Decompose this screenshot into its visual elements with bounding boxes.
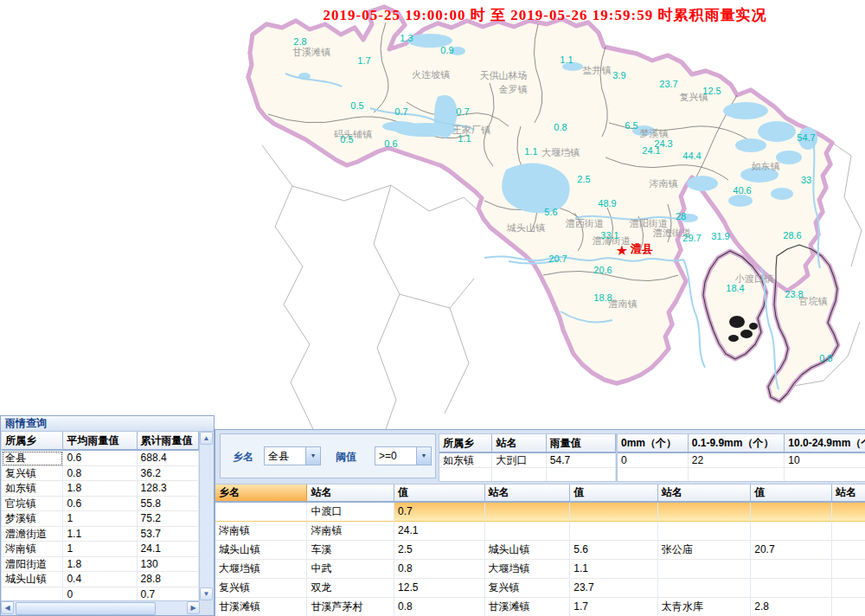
vertical-scrollbar[interactable]: ▲ ▼ [199, 432, 214, 600]
threshold-select[interactable]: >=0 ▼ [375, 446, 432, 465]
column-header[interactable]: 10.0-24.9mm（个） [785, 434, 865, 452]
rain-value-label: 6.5 [625, 120, 638, 131]
rain-value-label: 5.6 [544, 207, 557, 217]
rain-value-label: 1.1 [458, 133, 471, 144]
table-row[interactable]: 复兴镇0.836.2 [2, 466, 199, 482]
column-header[interactable]: 站名 [492, 434, 546, 452]
column-header[interactable]: 站名 [832, 484, 865, 502]
cell: 1 [63, 511, 137, 527]
table-row[interactable]: 如东镇大剅口54.7 [439, 453, 616, 468]
column-header[interactable]: 所属乡 [439, 434, 492, 452]
cell: 城头山镇 [485, 541, 571, 560]
column-header[interactable]: 雨量值 [547, 434, 616, 452]
table-row[interactable]: 中渡口0.7 [215, 503, 865, 522]
column-header[interactable]: 累计雨量值 [138, 432, 199, 450]
town-select-value[interactable]: 全县 [265, 447, 305, 465]
rain-value-label: 29.7 [682, 233, 701, 243]
cell: 澧阳街道 [2, 557, 63, 573]
rain-value-label: 12.5 [702, 86, 721, 96]
column-header[interactable]: 值 [751, 484, 832, 502]
rain-value-label: 0.7 [394, 106, 407, 117]
table-row[interactable]: 00.7 [2, 587, 199, 601]
scroll-right-icon[interactable]: ▶ [187, 601, 200, 614]
table-row[interactable]: 城头山镇车溪2.5城头山镇5.6张公庙20.7 [215, 541, 865, 560]
table-row[interactable] [618, 468, 865, 482]
cell: 1.7 [570, 598, 658, 616]
chevron-down-icon[interactable]: ▼ [305, 447, 320, 465]
table-row[interactable]: 全县0.6688.4 [2, 451, 199, 466]
cell: 涔南镇 [2, 542, 63, 557]
rain-value-label: 20.6 [593, 265, 612, 275]
column-header[interactable]: 平均雨量值 [63, 432, 137, 450]
scroll-down-icon[interactable]: ▼ [200, 587, 213, 600]
app-window: 2019-05-25 19:00:00 时 至 2019-05-26 19:59… [0, 0, 865, 616]
scroll-up-icon[interactable]: ▲ [200, 432, 213, 445]
cell [832, 598, 865, 616]
column-header[interactable]: 所属乡 [2, 432, 63, 450]
column-header[interactable]: 值 [394, 484, 484, 502]
table-row[interactable]: 涔南镇124.1 [2, 542, 199, 557]
cell: 甘溪滩镇 [215, 598, 307, 616]
column-header[interactable]: 值 [570, 484, 658, 502]
cell: 梦溪镇 [2, 511, 63, 527]
rain-value-label: 1.3 [400, 33, 413, 43]
cell: 车溪 [307, 541, 394, 560]
cell [2, 587, 63, 601]
cell: 复兴镇 [2, 466, 63, 482]
cell: 688.4 [138, 451, 199, 466]
cell [658, 522, 751, 541]
cell [832, 560, 865, 579]
chevron-down-icon[interactable]: ▼ [416, 447, 431, 465]
cell: 1 [63, 542, 137, 557]
county-name-label: 澧县 [631, 241, 653, 257]
cell: 澧澹街道 [2, 527, 63, 542]
town-select[interactable]: 全县 ▼ [264, 446, 321, 465]
table-row[interactable]: 甘溪滩镇甘溪芦茅村0.8甘溪滩镇1.7太青水库2.8 [215, 598, 865, 616]
cell: 复兴镇 [215, 579, 307, 598]
column-header[interactable]: 0.1-9.9mm（个） [689, 434, 785, 452]
cell: 0 [618, 453, 689, 468]
column-header[interactable]: 站名 [658, 484, 751, 502]
table-row[interactable]: 涔南镇涔南镇24.1 [215, 522, 865, 541]
threshold-select-value[interactable]: >=0 [375, 447, 416, 465]
town-label: 大堰垱镇 [541, 146, 580, 159]
column-header[interactable]: 乡名 [215, 484, 307, 502]
town-label: 火连坡镇 [412, 68, 450, 81]
table-row[interactable]: 城头山镇0.428.8 [2, 572, 199, 587]
column-header[interactable]: 站名 [307, 484, 394, 502]
rain-value-label: 0.5 [350, 100, 363, 111]
rain-value-label: 28.6 [783, 230, 801, 241]
scroll-left-icon[interactable]: ◀ [1, 601, 14, 614]
cell: 12.5 [394, 579, 484, 598]
rainfall-map[interactable]: 2019-05-25 19:00:00 时 至 2019-05-26 19:59… [0, 0, 865, 429]
town-label: 涔南镇 [650, 177, 678, 190]
table-row[interactable]: 大堰垱镇中武0.8大堰垱镇1.1 [215, 560, 865, 579]
table-row[interactable]: 复兴镇双龙12.5复兴镇23.7 [215, 579, 865, 598]
table-row[interactable]: 澧阳街道1.8130 [2, 557, 199, 573]
map-title: 2019-05-25 19:00:00 时 至 2019-05-26 19:59… [234, 5, 856, 25]
table-row[interactable]: 澧澹街道1.153.7 [2, 527, 199, 542]
cell: 23.7 [570, 579, 658, 598]
scrollbar-thumb[interactable] [16, 602, 156, 615]
cell [658, 560, 751, 579]
table-row[interactable]: 02210 [618, 453, 865, 468]
cell [618, 468, 689, 482]
table-row[interactable]: 如东镇1.8128.3 [2, 481, 199, 497]
column-header[interactable]: 0mm（个） [618, 434, 689, 452]
table-row[interactable]: 官垸镇0.655.8 [2, 497, 199, 512]
left-table: 所属乡平均雨量值累计雨量值全县0.6688.4复兴镇0.836.2如东镇1.81… [2, 432, 199, 600]
table-row[interactable]: 梦溪镇175.2 [2, 511, 199, 527]
table-row[interactable] [439, 468, 616, 482]
cell: 城头山镇 [2, 572, 63, 587]
rain-value-label: 40.6 [733, 185, 751, 196]
cell: 22 [689, 453, 785, 468]
rain-value-label: 0.8 [554, 122, 567, 132]
rain-value-label: 44.4 [682, 151, 701, 161]
cell [547, 468, 616, 482]
town-label: 城头山镇 [507, 221, 545, 234]
rain-value-label: 48.9 [598, 198, 616, 209]
horizontal-scrollbar[interactable]: ◀ ▶ [1, 600, 200, 615]
column-header[interactable]: 站名 [485, 484, 571, 502]
rain-value-label: 0.6 [384, 138, 397, 149]
rain-value-label: 1.1 [560, 55, 573, 65]
